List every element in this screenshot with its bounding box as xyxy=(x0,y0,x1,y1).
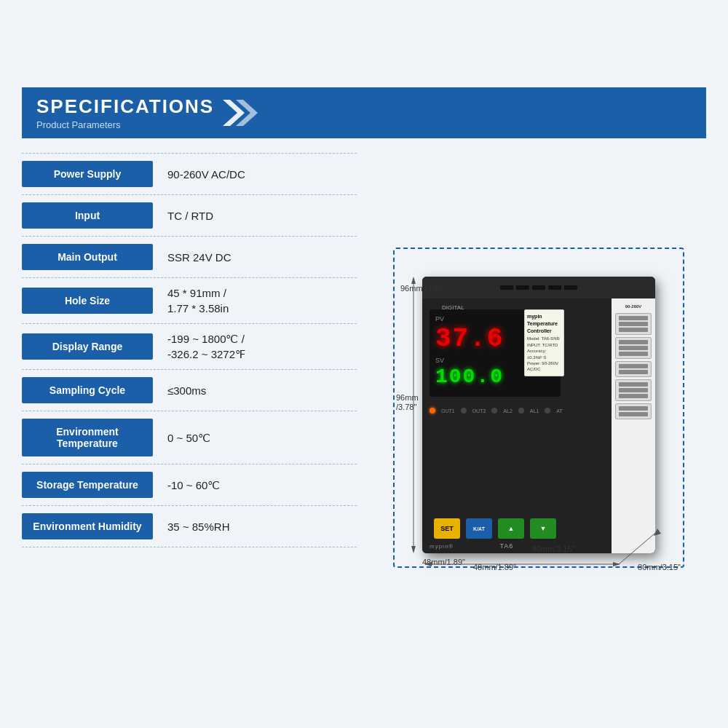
dim-width-label: 80mm/3.15" xyxy=(532,545,575,553)
input-label: INPUT: TC/RTD xyxy=(527,342,561,348)
spec-label-3: Hole Size xyxy=(22,288,153,314)
led-out2-label: OUT2 xyxy=(472,408,486,414)
spec-label-0: Power Supply xyxy=(22,161,153,187)
content-area: Power Supply90-260V AC/DCInputTC / RTDMa… xyxy=(22,153,706,706)
pin xyxy=(619,352,648,356)
device-front: DIGITAL CONTROLLER PV 37.6 SV 100.0 xyxy=(422,298,612,553)
page: SPECIFICATIONS Product Parameters Power … xyxy=(0,0,728,728)
led-at xyxy=(545,408,550,414)
spec-label-5: Sampling Cycle xyxy=(22,377,153,403)
pin xyxy=(619,364,648,368)
led-al1 xyxy=(518,408,524,414)
vent-slot xyxy=(548,285,561,290)
set-button[interactable]: SET xyxy=(434,518,460,539)
pin xyxy=(619,412,648,416)
spec-row: Storage Temperature-10 ~ 60℃ xyxy=(22,464,357,506)
led-out1 xyxy=(430,408,435,414)
connector-block-2 xyxy=(615,337,652,359)
spec-row: Hole Size45 * 91mm / 1.77 * 3.58in xyxy=(22,278,357,324)
spec-value-8: 35 ~ 85%RH xyxy=(153,519,357,534)
pin xyxy=(619,340,648,344)
connector-strip: 90-260V xyxy=(612,298,655,553)
spec-value-3: 45 * 91mm / 1.77 * 3.58in xyxy=(153,285,357,316)
led-al1-label: AL1 xyxy=(530,408,539,414)
depth-dim: 48mm/1.89" xyxy=(422,555,465,568)
spec-row: Display Range-199 ~ 1800℃ / -326.2 ~ 327… xyxy=(22,324,357,370)
spec-row: InputTC / RTD xyxy=(22,195,357,237)
vent-slot xyxy=(564,285,577,290)
spec-label-6: Environment Temperature xyxy=(22,419,153,456)
led-at-label: AT xyxy=(556,408,562,414)
accuracy-label: Accuracy: ±0.3%F S xyxy=(527,348,561,360)
connector-block-4 xyxy=(615,379,652,401)
pin xyxy=(619,388,648,392)
buttons-area: SET K/AT ▲ ▼ xyxy=(430,518,561,539)
pin xyxy=(619,316,648,320)
spec-value-5: ≤300ms xyxy=(153,383,357,398)
spec-label-8: Environment Humidity xyxy=(22,513,153,539)
led-row: OUT1 OUT2 AL2 AL1 AT xyxy=(430,408,563,414)
connector-block-5 xyxy=(615,403,652,419)
device-area: DIGITAL CONTROLLER PV 37.6 SV 100.0 xyxy=(371,153,706,706)
device-body: DIGITAL CONTROLLER PV 37.6 SV 100.0 xyxy=(422,277,655,553)
spec-label-2: Main Output xyxy=(22,244,153,270)
vent-slot xyxy=(516,285,529,290)
pin xyxy=(619,382,648,387)
model-label: Model: TA6-SNR xyxy=(527,336,561,341)
vent-slot xyxy=(532,285,545,290)
device-container: DIGITAL CONTROLLER PV 37.6 SV 100.0 xyxy=(393,248,684,612)
spec-row: Power Supply90-260V AC/DC xyxy=(22,153,357,195)
spec-value-7: -10 ~ 60℃ xyxy=(153,478,357,493)
dim-height-label: 96mm xyxy=(400,284,423,293)
pin xyxy=(619,322,648,326)
chevron-icon xyxy=(223,100,259,126)
spec-value-0: 90-260V AC/DC xyxy=(153,167,357,182)
dim-depth-label: 48mm/1.89" xyxy=(422,558,465,566)
spec-row: Environment Temperature0 ~ 50℃ xyxy=(22,411,357,464)
specs-subtitle: Product Parameters xyxy=(36,119,214,130)
connector-block-1 xyxy=(615,313,652,335)
power-label: Power: 90-260V AC/DC xyxy=(527,360,561,373)
led-out2 xyxy=(461,408,467,414)
spec-label-1: Input xyxy=(22,202,153,229)
dim-height-inch-label: /3.78" xyxy=(425,284,446,293)
led-al2-label: AL2 xyxy=(503,408,512,414)
spec-label-7: Storage Temperature xyxy=(22,472,153,498)
down-button[interactable]: ▼ xyxy=(530,518,556,539)
spec-value-6: 0 ~ 50℃ xyxy=(153,430,357,446)
spec-value-4: -199 ~ 1800℃ / -326.2 ~ 3272℉ xyxy=(153,331,357,362)
pin xyxy=(619,406,648,411)
width-dim: 80mm/3.15" xyxy=(422,545,684,553)
spec-label-4: Display Range xyxy=(22,333,153,360)
pin xyxy=(619,328,648,332)
vent-slot xyxy=(500,285,513,290)
specs-table: Power Supply90-260V AC/DCInputTC / RTDMa… xyxy=(22,153,357,706)
connector-block-3 xyxy=(615,361,652,377)
device-info-label: mypin Temperature Controller Model: TA6-… xyxy=(524,309,564,376)
height-dim: 96mm /3.78" xyxy=(400,284,446,293)
kat-button[interactable]: K/AT xyxy=(466,518,492,539)
spec-value-2: SSR 24V DC xyxy=(153,250,357,265)
spec-row: Main OutputSSR 24V DC xyxy=(22,237,357,278)
led-al2 xyxy=(491,408,497,414)
up-button[interactable]: ▲ xyxy=(498,518,524,539)
led-out1-label: OUT1 xyxy=(441,408,455,414)
pin xyxy=(619,346,648,350)
header-banner: SPECIFICATIONS Product Parameters xyxy=(22,87,706,138)
spec-row: Sampling Cycle≤300ms xyxy=(22,370,357,411)
device-top-vent xyxy=(422,277,655,298)
spec-row: Environment Humidity35 ~ 85%RH xyxy=(22,506,357,547)
specs-title: SPECIFICATIONS xyxy=(36,95,214,118)
spec-value-1: TC / RTD xyxy=(153,208,357,223)
pin xyxy=(619,394,648,398)
header-text-block: SPECIFICATIONS Product Parameters xyxy=(36,95,214,130)
pin xyxy=(619,370,648,374)
